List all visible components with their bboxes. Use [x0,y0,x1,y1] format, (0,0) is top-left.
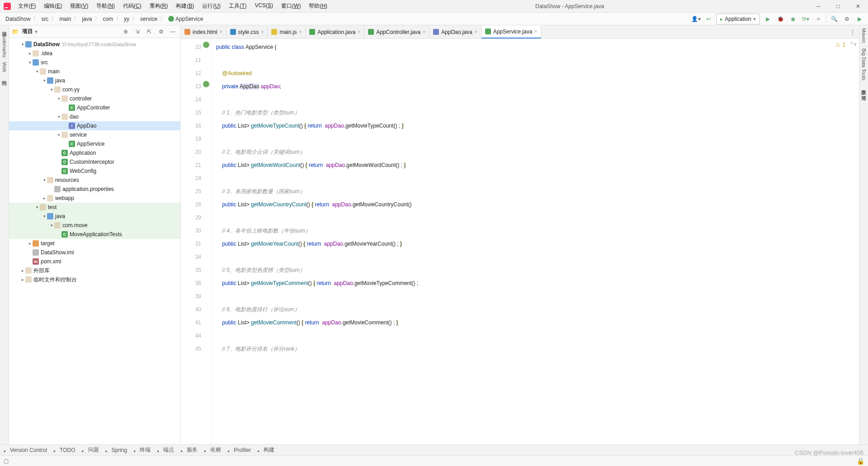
expand-icon[interactable]: ▾ [34,69,40,74]
tree-item-MoveApplicationTests[interactable]: CMoveApplicationTests [9,230,180,239]
bottom-tool-问题[interactable]: ▪问题 [82,446,99,454]
left-strip-Web[interactable]: Web [2,62,7,72]
menu-重构[interactable]: 重构(R) [146,0,172,12]
close-button[interactable]: ✕ [848,0,868,13]
breadcrumb-com[interactable]: com [101,15,115,23]
right-strip-Maven[interactable]: Maven [861,28,867,43]
user-icon[interactable]: 👤▾ [691,14,701,24]
tab-AppService.java[interactable]: AppService.java× [481,25,542,38]
menu-文件[interactable]: 文件(F) [14,0,39,12]
project-tree[interactable]: ▾DataShowD:\rtsy\bysj\7738-code\DataShow… [9,38,180,444]
tree-item-service[interactable]: ▾service [9,130,180,139]
tree-item-DataShow[interactable]: ▾DataShowD:\rtsy\bysj\7738-code\DataShow [9,40,180,49]
profile-button[interactable]: ⟳▾ [801,14,811,24]
expand-icon[interactable]: ▾ [42,214,47,219]
tab-AppController.java[interactable]: AppController.java× [364,25,429,38]
menu-VCS[interactable]: VCS(S) [251,0,277,12]
tree-item-AppDao[interactable]: IAppDao [9,121,180,130]
expand-icon[interactable]: ▸ [42,196,47,200]
tree-item-临时文件和控制台[interactable]: ▸临时文件和控制台 [9,275,180,284]
menu-代码[interactable]: 代码(C) [119,0,145,12]
bottom-tool-TODO[interactable]: ▪TODO [53,447,75,453]
maximize-button[interactable]: □ [828,0,848,13]
code-content[interactable]: public class AppService { @Autowired pri… [212,39,859,444]
tab-index.html[interactable]: index.html× [181,25,226,38]
menu-视图[interactable]: 视图(V) [66,0,92,12]
menu-窗口[interactable]: 窗口(W) [278,0,304,12]
minimize-button[interactable]: ─ [808,0,828,13]
tree-item-com.yy[interactable]: ▾com.yy [9,85,180,94]
bottom-tool-Spring[interactable]: ▪Spring [105,447,127,453]
tree-item-AppController[interactable]: CAppController [9,103,180,112]
menu-导航[interactable]: 导航(N) [93,0,118,12]
breadcrumb-AppService[interactable]: AppService [166,15,205,23]
close-tab-icon[interactable]: × [423,29,425,34]
code-with-me-icon[interactable]: ▶ [854,14,864,24]
expand-icon[interactable]: ▾ [42,178,47,182]
bottom-tool-依赖[interactable]: ▪依赖 [204,446,221,454]
tree-item-CustomInterceptor[interactable]: CCustomInterceptor [9,157,180,166]
right-strip-Big Data Tools[interactable]: Big Data Tools [861,48,867,81]
close-tab-icon[interactable]: × [475,29,477,34]
expand-icon[interactable]: ▾ [42,78,47,83]
menu-工具[interactable]: 工具(T) [225,0,250,12]
tree-item-Application[interactable]: CApplication [9,148,180,157]
expand-icon[interactable]: ▾ [34,205,40,209]
close-tab-icon[interactable]: × [299,29,302,34]
close-tab-icon[interactable]: × [261,29,264,34]
run-configuration-selector[interactable]: ▸ Application ▾ [716,14,760,24]
tree-item-java[interactable]: ▾java [9,212,180,221]
expand-all-icon[interactable]: ⇲ [132,27,142,37]
fold-controls[interactable]: ^ v [851,42,856,47]
select-opened-icon[interactable]: ⊕ [121,27,131,37]
tree-item-pom.xml[interactable]: mpom.xml [9,257,180,266]
debug-button[interactable]: 🐞 [775,14,785,24]
bottom-tool-Version Control[interactable]: ▪Version Control [4,447,47,453]
tree-item-java[interactable]: ▾java [9,76,180,85]
coverage-button[interactable]: ◉ [788,14,798,24]
close-tab-icon[interactable]: × [220,29,222,34]
settings-icon[interactable]: ⚙ [842,14,852,24]
expand-icon[interactable]: ▾ [56,114,61,119]
back-arrow-icon[interactable]: ↩ [703,14,713,24]
tree-item-application.properties[interactable]: application.properties [9,185,180,194]
status-icon[interactable]: ▢ [4,458,9,464]
breadcrumb-main[interactable]: main [57,15,73,23]
tree-item-resources[interactable]: ▾resources [9,176,180,185]
expand-icon[interactable]: ▸ [27,241,33,246]
bottom-tool-构建[interactable]: ▪构建 [257,446,274,454]
menu-运行[interactable]: 运行(U) [198,0,224,12]
menu-帮助[interactable]: 帮助(H) [305,0,331,12]
tree-item-WebConfig[interactable]: CWebConfig [9,166,180,176]
expand-icon[interactable]: ▾ [56,96,61,101]
tree-item-DataShow.iml[interactable]: DataShow.iml [9,248,180,257]
hide-panel-icon[interactable]: — [168,27,178,37]
tabs-more-icon[interactable]: ⋮ [846,29,859,35]
menu-编辑[interactable]: 编辑(E) [40,0,66,12]
expand-icon[interactable]: ▾ [56,133,61,137]
menu-构建[interactable]: 构建(B) [172,0,198,12]
panel-settings-icon[interactable]: ⚙ [156,27,166,37]
bottom-tool-终端[interactable]: ▪终端 [133,446,151,454]
tree-item-com.move[interactable]: ▾com.move [9,221,180,230]
run-button[interactable]: ▶ [763,14,773,24]
tree-item-test[interactable]: ▾test [9,203,180,212]
tree-item-controller[interactable]: ▾controller [9,94,180,103]
tree-item-target[interactable]: ▸target [9,239,180,248]
collapse-all-icon[interactable]: ⇱ [144,27,154,37]
inspection-badge[interactable]: ⚠ 1 [835,42,845,48]
bottom-tool-服务[interactable]: ▪服务 [180,446,198,454]
close-tab-icon[interactable]: × [534,29,537,34]
left-strip-Bookmarks[interactable]: Bookmarks [2,33,7,57]
expand-icon[interactable]: ▸ [27,51,33,56]
search-icon[interactable]: 🔍 [829,14,839,24]
breadcrumb-src[interactable]: src [39,15,50,23]
tab-style.css[interactable]: style.css× [226,25,268,38]
close-tab-icon[interactable]: × [358,29,360,34]
breadcrumb-DataShow[interactable]: DataShow [4,15,32,23]
tab-AppDao.java[interactable]: AppDao.java× [429,25,481,38]
tree-item-src[interactable]: ▾src [9,58,180,67]
expand-icon[interactable]: ▾ [49,87,54,92]
tree-item-外部库[interactable]: ▸外部库 [9,266,180,275]
tree-item-.idea[interactable]: ▸.idea [9,49,180,58]
